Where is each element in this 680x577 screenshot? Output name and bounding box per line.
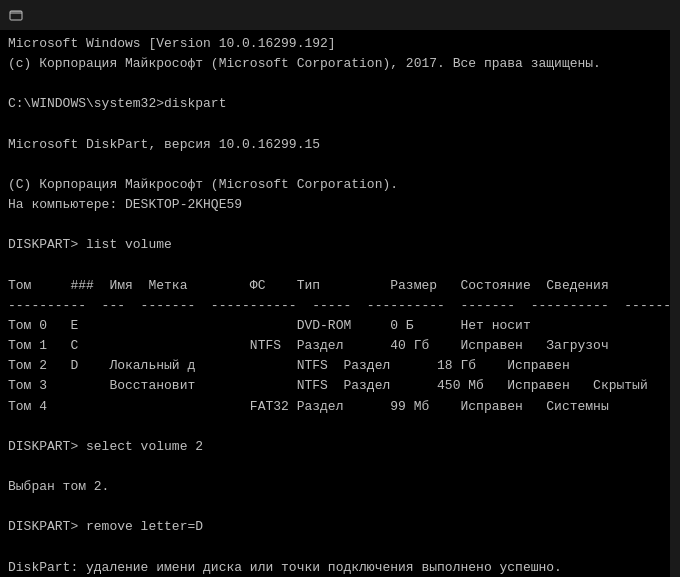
- svg-rect-1: [10, 11, 22, 14]
- window-controls: [530, 0, 672, 30]
- scrollbar[interactable]: [670, 30, 680, 577]
- cmd-window: Microsoft Windows [Version 10.0.16299.19…: [0, 0, 680, 577]
- minimize-button[interactable]: [530, 0, 576, 30]
- terminal-content[interactable]: Microsoft Windows [Version 10.0.16299.19…: [0, 30, 670, 577]
- close-button[interactable]: [626, 0, 672, 30]
- title-bar: [0, 0, 680, 30]
- maximize-button[interactable]: [578, 0, 624, 30]
- window-icon: [8, 7, 24, 23]
- main-area: Microsoft Windows [Version 10.0.16299.19…: [0, 30, 680, 577]
